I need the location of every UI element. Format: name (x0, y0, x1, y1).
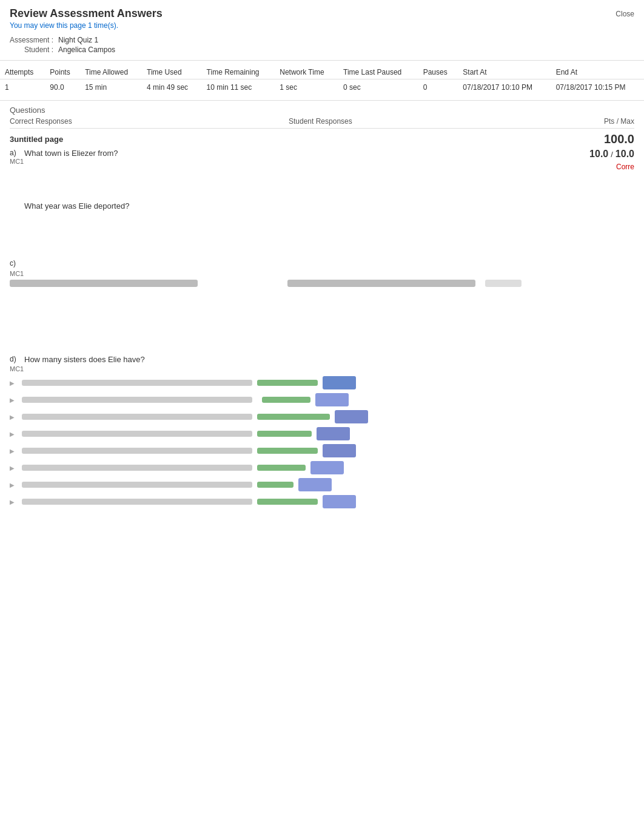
option-4-text (22, 431, 252, 437)
responses-header-row: Correct Responses Student Responses Pts … (10, 117, 634, 126)
page-name-row: 3untitled page 100.0 (10, 129, 634, 149)
option-4-student-resp (257, 431, 312, 437)
stat-time-last-paused: 0 sec (338, 79, 418, 96)
meta-section: Assessment : Night Quiz 1 Student : Ange… (0, 32, 644, 60)
question-a-type: MC1 (10, 158, 634, 165)
stat-pauses: 0 (418, 79, 458, 96)
option-6-student-resp (257, 465, 306, 471)
option-2-text (22, 397, 252, 403)
question-a-score: 10.0 (589, 149, 608, 160)
question-d-options: ▶ ▶ ▶ ▶ (10, 376, 634, 508)
option-row-7: ▶ (10, 478, 634, 491)
student-label: Student : (10, 45, 58, 54)
col-attempts: Attempts (0, 66, 45, 79)
option-3-icon: ▶ (10, 414, 17, 420)
student-row: Student : Angelica Campos (10, 45, 634, 54)
question-a-score-sep: / (611, 150, 613, 159)
stat-end-at: 07/18/2017 10:15 PM (551, 79, 644, 96)
option-2-student-resp (262, 397, 310, 403)
option-row-6: ▶ (10, 461, 634, 474)
option-row-3: ▶ (10, 410, 634, 423)
question-c-score (485, 280, 522, 287)
col-time-allowed: Time Allowed (80, 66, 142, 79)
option-7-score (298, 478, 332, 491)
stat-network-time: 1 sec (275, 79, 338, 96)
stats-table: Attempts Points Time Allowed Time Used T… (0, 66, 644, 95)
option-5-text (22, 448, 252, 454)
col-points: Points (45, 66, 80, 79)
assessment-label: Assessment : (10, 36, 58, 44)
col-network-time: Network Time (275, 66, 338, 79)
question-a-max: 10.0 (615, 149, 634, 160)
stat-time-allowed: 15 min (80, 79, 142, 96)
option-5-student-resp (257, 448, 318, 454)
close-button[interactable]: Close (615, 10, 634, 18)
pts-max-label: Pts / Max (604, 117, 634, 126)
question-a-row: a) What town is Eliezer from? (10, 149, 634, 158)
page-header: Review Assessment Answers You may view t… (0, 0, 644, 32)
option-3-text (22, 414, 252, 420)
stat-start-at: 07/18/2017 10:10 PM (458, 79, 551, 96)
question-c-student-response (287, 280, 475, 287)
col-end-at: End At (551, 66, 644, 79)
option-7-icon: ▶ (10, 482, 17, 488)
student-responses-label: Student Responses (289, 117, 352, 126)
assessment-value: Night Quiz 1 (58, 36, 98, 44)
question-b-text: What year was Elie deported? (24, 201, 129, 211)
stat-attempts: 1 (0, 79, 45, 96)
option-8-score (323, 495, 356, 508)
question-c-type: MC1 (10, 270, 634, 277)
option-2-icon: ▶ (10, 397, 17, 403)
stat-time-used: 4 min 49 sec (142, 79, 202, 96)
option-1-icon: ▶ (10, 380, 17, 386)
page-name: 3untitled page (10, 135, 63, 144)
question-a-block: a) What town is Eliezer from? MC1 10.0 /… (10, 149, 634, 165)
stat-time-remaining: 10 min 11 sec (202, 79, 275, 96)
option-5-icon: ▶ (10, 448, 17, 454)
option-1-student-resp (257, 380, 318, 386)
assessment-row: Assessment : Night Quiz 1 (10, 36, 634, 44)
option-6-icon: ▶ (10, 465, 17, 471)
option-6-score (310, 461, 344, 474)
question-c-correct-response (10, 280, 198, 287)
question-a-status: Corre (616, 162, 634, 171)
option-1-text (22, 380, 252, 386)
option-7-text (22, 482, 252, 488)
question-d-row: d) How many sisters does Elie have? (10, 355, 634, 364)
option-1-score (323, 376, 356, 389)
view-notice: You may view this page 1 time(s). (10, 21, 163, 30)
question-d-type: MC1 (10, 365, 634, 372)
option-8-icon: ▶ (10, 499, 17, 505)
option-row-1: ▶ (10, 376, 634, 389)
question-b-row: What year was Elie deported? (10, 201, 634, 211)
spacer-cd (10, 294, 634, 355)
question-c-row: c) (10, 259, 634, 268)
option-5-score (323, 444, 356, 457)
option-8-text (22, 499, 252, 505)
col-start-at: Start At (458, 66, 551, 79)
page-title: Review Assessment Answers (10, 7, 163, 20)
col-time-used: Time Used (142, 66, 202, 79)
question-c-responses (10, 280, 634, 287)
question-c-block: c) MC1 (10, 259, 634, 287)
question-a-score-row: 10.0 / 10.0 (589, 149, 634, 160)
col-time-last-paused: Time Last Paused (338, 66, 418, 79)
option-4-score (317, 427, 350, 440)
option-7-student-resp (257, 482, 293, 488)
option-2-score (315, 393, 349, 406)
question-d-text: How many sisters does Elie have? (24, 355, 145, 364)
correct-responses-label: Correct Responses (10, 117, 72, 126)
option-row-8: ▶ (10, 495, 634, 508)
questions-section: Questions Correct Responses Student Resp… (0, 101, 644, 520)
question-b-block: What year was Elie deported? (10, 201, 634, 211)
option-row-2: ▶ (10, 393, 634, 406)
col-time-remaining: Time Remaining (202, 66, 275, 79)
question-a-letter: a) (10, 149, 24, 157)
divider-1 (0, 60, 644, 61)
question-a-text: What town is Eliezer from? (24, 149, 118, 158)
page-score: 100.0 (604, 132, 634, 146)
question-a-status-text: Corre (616, 163, 634, 171)
stats-row: 1 90.0 15 min 4 min 49 sec 10 min 11 sec… (0, 79, 644, 96)
question-d-block: d) How many sisters does Elie have? MC1 … (10, 355, 634, 508)
option-6-text (22, 465, 252, 471)
